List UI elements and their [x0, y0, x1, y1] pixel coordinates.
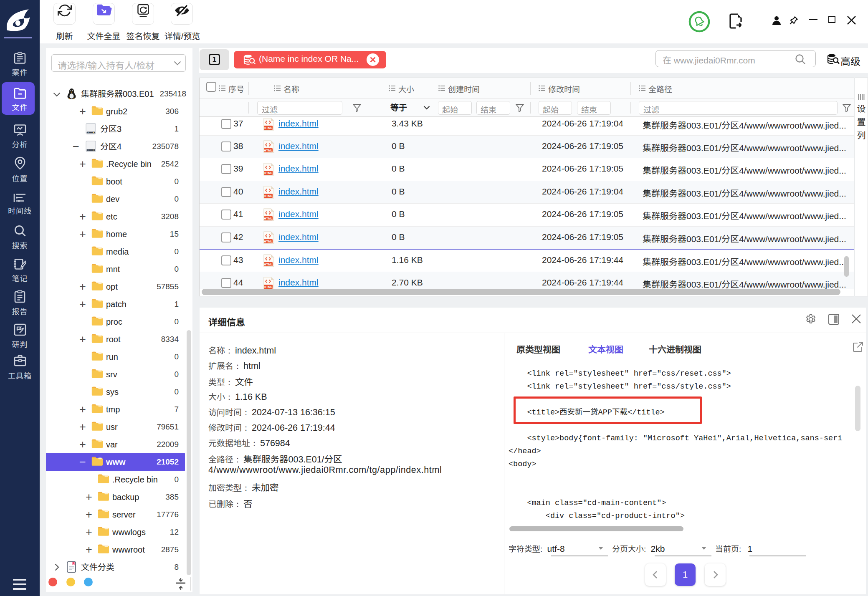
svg-text:HTML: HTML [264, 171, 273, 175]
svg-text:HTML: HTML [264, 240, 273, 243]
svg-text:HTML: HTML [264, 217, 273, 220]
svg-text:HTML: HTML [264, 263, 273, 266]
svg-text:HTML: HTML [264, 194, 273, 198]
svg-text:HTML: HTML [264, 126, 273, 130]
svg-text:HTML: HTML [264, 285, 273, 289]
svg-text:HTML: HTML [264, 149, 273, 152]
